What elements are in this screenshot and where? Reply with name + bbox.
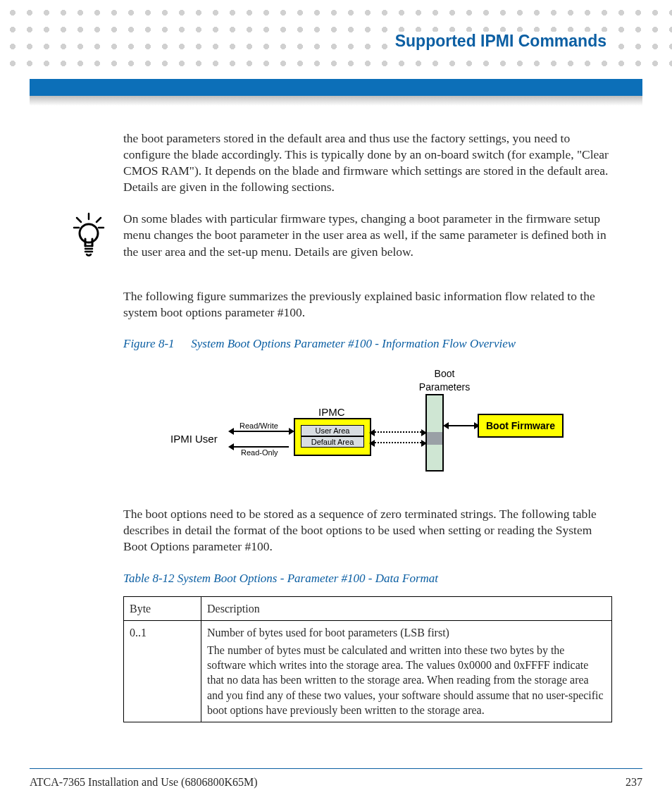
note-block: On some blades with particular firmware … [123, 211, 612, 259]
diagram-read-only-label: Read-Only [241, 448, 278, 458]
figure-label: Figure 8-1 [123, 336, 188, 352]
table-cell-byte: 0..1 [124, 621, 201, 722]
paragraph-3: The boot options need to be stored as a … [123, 506, 612, 555]
diagram-arrow-rw [234, 431, 289, 432]
table-header-description: Description [201, 597, 612, 621]
page-header-title: Supported IPMI Commands [390, 32, 612, 51]
figure-diagram: IPMI User Read/Write Read-Only IPMC User… [170, 362, 565, 485]
figure-title: System Boot Options Parameter #100 - Inf… [191, 337, 516, 350]
diagram-boot-parameters-label: Boot Parameters [406, 367, 483, 393]
table-desc-line1: Number of bytes used for boot parameters… [207, 625, 606, 640]
data-format-table: Byte Description 0..1 Number of bytes us… [123, 596, 612, 722]
svg-line-2 [97, 218, 101, 222]
diagram-default-area-box: Default Area [301, 436, 364, 448]
page-content: the boot parameters stored in the defaul… [123, 130, 612, 722]
note-text: On some blades with particular firmware … [123, 211, 612, 259]
diagram-arrow-bf [449, 425, 474, 426]
footer-doc-title: ATCA-7365 Installation and Use (6806800K… [30, 776, 258, 789]
header-blue-bar [30, 79, 642, 96]
lightbulb-icon [71, 212, 106, 259]
table-cell-description: Number of bytes used for boot parameters… [201, 621, 612, 722]
paragraph-1: the boot parameters stored in the defaul… [123, 130, 612, 195]
page-footer: ATCA-7365 Installation and Use (6806800K… [30, 768, 642, 789]
table-row: 0..1 Number of bytes used for boot param… [124, 621, 612, 722]
svg-line-1 [77, 218, 81, 222]
table-desc-line2: The number of bytes must be calculated a… [207, 643, 606, 717]
table-header-byte: Byte [124, 597, 201, 621]
figure-caption: Figure 8-1 System Boot Options Parameter… [123, 336, 612, 352]
diagram-read-write-label: Read/Write [239, 421, 278, 431]
diagram-ipmi-user-label: IPMI User [170, 432, 218, 446]
diagram-user-area-box: User Area [301, 425, 364, 436]
header-shadow [30, 96, 642, 106]
table-caption: Table 8-12 System Boot Options - Paramet… [123, 571, 612, 586]
diagram-boot-params-slot [425, 432, 444, 445]
diagram-dashed-arrow-2 [375, 442, 421, 443]
paragraph-2: The following figure summarizes the prev… [123, 288, 612, 321]
diagram-dashed-arrow-1 [375, 431, 421, 433]
footer-page-number: 237 [626, 776, 642, 789]
diagram-boot-firmware-box: Boot Firmware [478, 414, 564, 438]
diagram-ipmc-label: IPMC [318, 405, 345, 419]
diagram-arrow-ro [234, 446, 289, 448]
svg-point-5 [80, 224, 98, 242]
table-header-row: Byte Description [124, 597, 612, 621]
